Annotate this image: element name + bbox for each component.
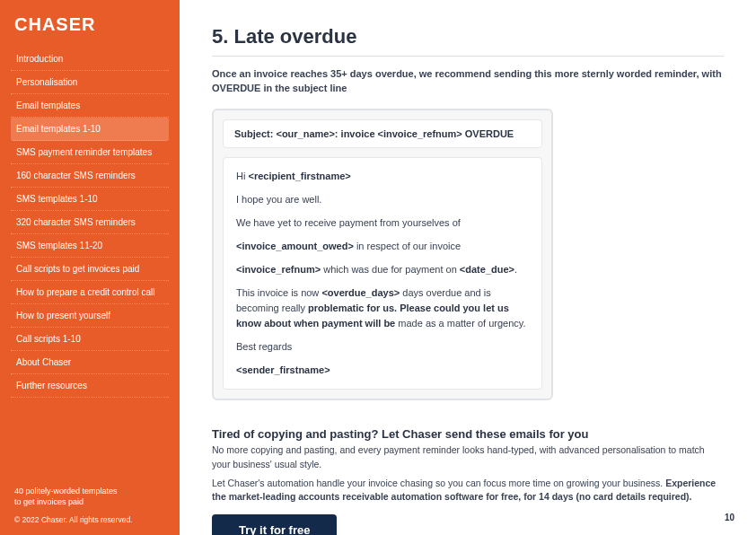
body-line-2: We have yet to receive payment from your… bbox=[236, 215, 529, 231]
sidebar-item[interactable]: SMS templates 11-20 bbox=[11, 234, 169, 258]
footer-line-2: to get invoices paid bbox=[14, 497, 84, 506]
body-line-5: This invoice is now <overdue_days> days … bbox=[236, 285, 529, 331]
placeholder-date-due: <date_due> bbox=[460, 264, 514, 275]
placeholder-overdue-days: <overdue_days> bbox=[321, 287, 400, 298]
sidebar-item[interactable]: SMS payment reminder templates bbox=[11, 141, 169, 164]
sidebar-item[interactable]: How to present yourself bbox=[11, 304, 169, 328]
main-content: 5. Late overdue Once an invoice reaches … bbox=[180, 0, 756, 535]
body-line-1: I hope you are well. bbox=[236, 192, 529, 207]
sidebar-item[interactable]: Email templates bbox=[11, 94, 169, 118]
subject-prefix: Subject: bbox=[234, 128, 276, 139]
page-number: 10 bbox=[725, 513, 734, 522]
email-body: Hi <recipient_firstname> I hope you are … bbox=[223, 157, 542, 390]
body-line-3: <invoice_amount_owed> in respect of our … bbox=[236, 239, 529, 254]
cta-text-2: Let Chaser's automation handle your invo… bbox=[212, 477, 724, 504]
sidebar: CHASER IntroductionPersonalisationEmail … bbox=[0, 0, 180, 535]
sidebar-footer: 40 politely-worded templates to get invo… bbox=[11, 486, 169, 508]
try-it-free-button[interactable]: Try it for free bbox=[212, 514, 337, 535]
sidebar-item[interactable]: Personalisation bbox=[11, 71, 169, 94]
subject-line: Subject: <our_name>: invoice <invoice_re… bbox=[223, 119, 542, 148]
sender-line: <sender_firstname> bbox=[236, 363, 529, 378]
cta-text-1: No more copying and pasting, and every p… bbox=[212, 443, 724, 470]
placeholder-sender: <sender_firstname> bbox=[236, 364, 330, 375]
sidebar-item[interactable]: 320 character SMS reminders bbox=[11, 211, 169, 234]
page-title: 5. Late overdue bbox=[212, 25, 724, 57]
sidebar-item[interactable]: Email templates 1-10 bbox=[11, 118, 169, 141]
sidebar-item[interactable]: About Chaser bbox=[11, 351, 169, 374]
sidebar-nav: IntroductionPersonalisationEmail templat… bbox=[11, 48, 169, 475]
placeholder-amount: <invoice_amount_owed> bbox=[236, 241, 354, 251]
sidebar-item[interactable]: 160 character SMS reminders bbox=[11, 164, 169, 188]
cta-title: Tired of copying and pasting? Let Chaser… bbox=[212, 427, 724, 441]
sidebar-item[interactable]: Introduction bbox=[11, 48, 169, 71]
signoff: Best regards bbox=[236, 339, 529, 355]
sidebar-item[interactable]: Further resources bbox=[11, 374, 169, 398]
sidebar-item[interactable]: How to prepare a credit control call bbox=[11, 281, 169, 304]
sidebar-item[interactable]: Call scripts to get invoices paid bbox=[11, 258, 169, 281]
brand-logo: CHASER bbox=[11, 14, 169, 35]
sidebar-item[interactable]: SMS templates 1-10 bbox=[11, 188, 169, 211]
placeholder-recipient: <recipient_firstname> bbox=[248, 171, 350, 181]
cta-section: Tired of copying and pasting? Let Chaser… bbox=[212, 427, 724, 535]
greeting: Hi <recipient_firstname> bbox=[236, 169, 529, 184]
intro-text: Once an invoice reaches 35+ days overdue… bbox=[212, 67, 724, 96]
subject-body: <our_name>: invoice <invoice_refnum> OVE… bbox=[276, 128, 514, 139]
email-template-card: Subject: <our_name>: invoice <invoice_re… bbox=[212, 109, 553, 400]
placeholder-refnum: <invoice_refnum> bbox=[236, 264, 321, 275]
copyright: © 2022 Chaser. All rights reserved. bbox=[11, 515, 169, 524]
sidebar-item[interactable]: Call scripts 1-10 bbox=[11, 328, 169, 351]
body-line-4: <invoice_refnum> which was due for payme… bbox=[236, 262, 529, 277]
footer-line-1: 40 politely-worded templates bbox=[14, 487, 118, 496]
